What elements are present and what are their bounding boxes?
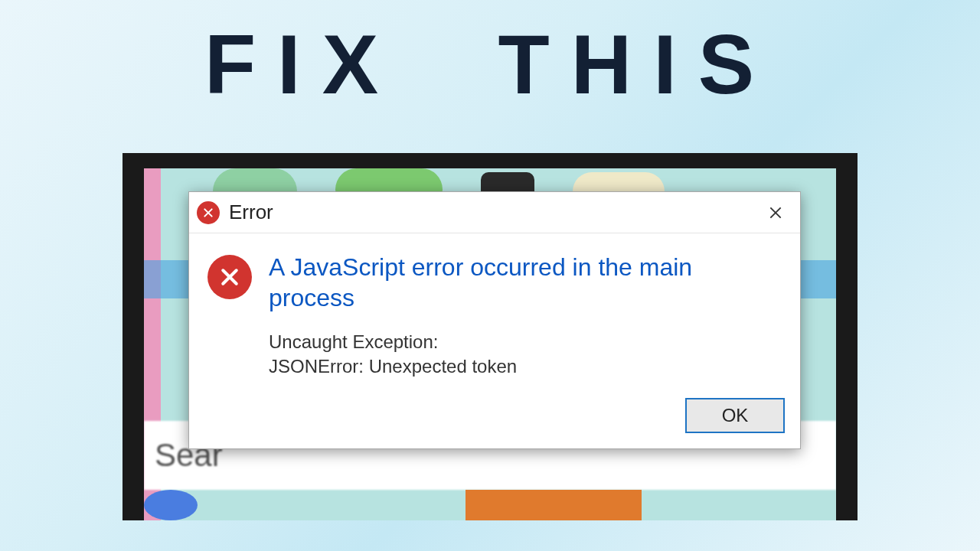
close-button[interactable] xyxy=(759,196,792,230)
error-heading: A JavaScript error occurred in the main … xyxy=(269,252,782,313)
error-detail: Uncaught Exception: JSONError: Unexpecte… xyxy=(269,330,782,380)
dialog-button-row: OK xyxy=(189,390,800,448)
error-icon xyxy=(207,255,252,299)
dialog-title: Error xyxy=(229,201,273,224)
error-dialog: Error A JavaScript error occurred in the… xyxy=(188,191,801,449)
screenshot-frame: Sear Error A JavaScript error occurred xyxy=(122,153,858,520)
thumbnail-headline: FIX THIS xyxy=(0,15,980,112)
dialog-body: A JavaScript error occurred in the main … xyxy=(189,233,800,390)
bg-decor xyxy=(466,490,642,520)
screenshot-background: Sear Error A JavaScript error occurred xyxy=(144,168,836,520)
error-icon xyxy=(197,201,220,224)
dialog-titlebar: Error xyxy=(189,192,800,233)
bg-decor xyxy=(144,490,198,520)
ok-button[interactable]: OK xyxy=(685,398,785,433)
